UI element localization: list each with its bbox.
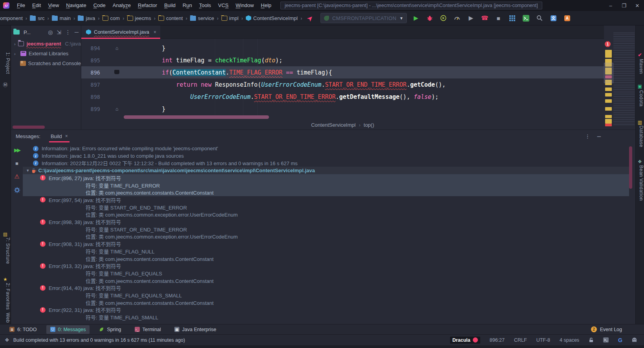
build-row-info[interactable]: iInformation: java: Errors occurred whil… bbox=[23, 145, 629, 152]
menu-build[interactable]: Build bbox=[161, 0, 179, 11]
breadcrumb-item-content[interactable]: content bbox=[158, 15, 183, 21]
build-row-error[interactable]: !Error:(922, 31) java: 找不到符号 bbox=[23, 306, 629, 313]
terminal-toolbar-button[interactable] bbox=[522, 15, 529, 22]
breadcrumb-item-src[interactable]: src bbox=[30, 15, 44, 21]
build-row-error[interactable]: !Error:(897, 54) java: 找不到符号 bbox=[23, 196, 629, 204]
theme-widget[interactable]: Dracula bbox=[450, 337, 480, 344]
project-tree-item-3[interactable]: Scratches and Console bbox=[11, 58, 81, 68]
tool-button-bean-validation[interactable]: Bean Validation bbox=[636, 165, 644, 201]
build-tab-close-icon[interactable]: × bbox=[65, 133, 68, 139]
run-disabled-button[interactable]: ▶ bbox=[467, 15, 474, 22]
tool-window-button-spring[interactable]: Spring bbox=[95, 325, 125, 334]
tool-button-favorites[interactable]: 2: Favorites bbox=[0, 283, 11, 310]
panel-options-icon[interactable]: ⋮ bbox=[585, 133, 590, 139]
code-line-897[interactable]: 897 return new ResponseInfo(UserErrorCod… bbox=[81, 78, 604, 91]
build-row-file[interactable]: ▾C:\java\jeecms-parent\jeecms-component\… bbox=[23, 167, 629, 174]
build-row-error[interactable]: !Error:(914, 40) java: 找不到符号 bbox=[23, 284, 629, 292]
build-row-detail[interactable]: 符号: 变量 TIME_FLAG_NULL bbox=[23, 248, 629, 255]
code-line-895[interactable]: 895 int timeFlag = checkTimeFlag(dto); bbox=[81, 54, 604, 66]
rerun-icon[interactable]: ▶▶ bbox=[13, 146, 20, 153]
tool-button-structure[interactable]: 7: Structure bbox=[0, 237, 11, 264]
error-count-badge[interactable]: 1 bbox=[605, 41, 611, 47]
breadcrumb-item-main[interactable]: main bbox=[52, 15, 71, 21]
stop-button[interactable]: ■ bbox=[495, 15, 502, 22]
menu-window[interactable]: Window bbox=[232, 0, 257, 11]
error-stripe-mark[interactable] bbox=[605, 99, 612, 103]
status-message[interactable]: Build completed with 13 errors and 0 war… bbox=[13, 337, 185, 343]
code-line-899[interactable]: 899⌂ } bbox=[81, 103, 604, 115]
collapse-all-icon[interactable]: ⇲ bbox=[57, 29, 61, 35]
error-stripe-mark[interactable] bbox=[605, 124, 612, 126]
panel-minimize-icon[interactable]: ─ bbox=[597, 133, 601, 139]
code-line-894[interactable]: 894⌂ } bbox=[81, 42, 604, 54]
fold-marker-icon[interactable]: ⌂ bbox=[100, 46, 134, 51]
project-horizontal-scrollbar[interactable] bbox=[13, 126, 45, 129]
tool-button-database[interactable]: Database bbox=[636, 126, 644, 147]
build-row-info[interactable]: iInformation: javac 1.8.0_221 was used t… bbox=[23, 152, 629, 160]
error-stripe-mark[interactable] bbox=[605, 93, 612, 97]
event-log-button[interactable]: 2 Event Log bbox=[591, 326, 622, 332]
run-button[interactable]: ▶ bbox=[412, 15, 419, 22]
locate-file-icon[interactable]: ◎ bbox=[48, 29, 53, 35]
maven-module-icon[interactable]: Ⓜ bbox=[0, 81, 11, 88]
editor-tab-contentserviceimpl[interactable]: ContentServiceImpl.java × bbox=[81, 26, 160, 38]
error-stripe-mark[interactable] bbox=[605, 87, 612, 91]
gutter-bookmark-icon[interactable] bbox=[100, 70, 134, 75]
grep-console-icon[interactable] bbox=[632, 337, 637, 343]
hide-panel-icon[interactable]: ─ bbox=[75, 29, 79, 35]
menu-run[interactable]: Run bbox=[179, 0, 196, 11]
google-translate-icon[interactable]: G bbox=[618, 337, 622, 343]
editor-scrollbar-thumb[interactable] bbox=[604, 63, 613, 83]
close-button[interactable]: ✕ bbox=[631, 0, 644, 11]
error-stripe-mark[interactable] bbox=[605, 119, 612, 124]
build-vertical-scrollbar[interactable] bbox=[629, 146, 632, 189]
error-stripe-mark[interactable] bbox=[605, 50, 612, 58]
tool-button-web[interactable]: Web bbox=[0, 313, 11, 323]
error-stripe-mark[interactable] bbox=[605, 107, 612, 111]
chevron-right-icon[interactable]: › bbox=[14, 42, 16, 46]
more-options-icon[interactable]: ⋮ bbox=[65, 29, 71, 35]
build-row-error[interactable]: !Error:(896, 27) java: 找不到符号 bbox=[23, 174, 629, 182]
menu-help[interactable]: Help bbox=[257, 0, 275, 11]
breadcrumb-item-com[interactable]: com bbox=[102, 15, 120, 21]
pause-output-icon[interactable]: ■ bbox=[13, 160, 20, 167]
attach-debugger-button[interactable]: ☎ bbox=[481, 15, 488, 22]
project-tree-item-2[interactable]: ›External Libraries bbox=[11, 49, 81, 58]
tool-button-codota[interactable]: Codota bbox=[636, 90, 644, 107]
settings-gear-icon[interactable] bbox=[13, 186, 20, 193]
build-row-detail[interactable]: 符号: 变量 TIME_FLAG_EQUALS bbox=[23, 270, 629, 277]
build-row-error[interactable]: !Error:(913, 32) java: 找不到符号 bbox=[23, 262, 629, 270]
build-row-info[interactable]: iInformation: 2022年12月22日 0022 下午 12:12:… bbox=[23, 159, 629, 167]
fold-marker-icon[interactable]: ⌂ bbox=[100, 106, 134, 112]
run-anything-icon[interactable]: ➤ bbox=[306, 14, 315, 23]
build-row-error[interactable]: !Error:(898, 38) java: 找不到符号 bbox=[23, 218, 629, 226]
project-view-selector[interactable]: P... bbox=[24, 29, 31, 35]
editor-horizontal-scrollbar[interactable] bbox=[124, 115, 269, 119]
grid-plugins-button[interactable] bbox=[509, 15, 516, 22]
menu-view[interactable]: View bbox=[44, 0, 62, 11]
maximize-button[interactable]: ❐ bbox=[617, 0, 631, 11]
tab-close-icon[interactable]: × bbox=[154, 29, 156, 35]
menu-vcs[interactable]: VCS bbox=[214, 0, 232, 11]
menu-tools[interactable]: Tools bbox=[196, 0, 214, 11]
encoding-widget[interactable]: UTF-8 bbox=[536, 337, 550, 343]
breadcrumb-item-impl[interactable]: impl bbox=[221, 15, 239, 21]
build-row-detail[interactable]: 符号: 变量 START_OR_END_TIME_ERROR bbox=[23, 226, 629, 233]
run-configuration-select[interactable]: CMSFRONTAPPLICATION ▼ bbox=[320, 13, 407, 23]
menu-refactor[interactable]: Refactor bbox=[134, 0, 161, 11]
menu-code[interactable]: Code bbox=[90, 0, 109, 11]
build-row-detail[interactable]: 位置: 类 com.jeecms.common.exception.error.… bbox=[23, 211, 629, 218]
breadcrumb-item-java[interactable]: java bbox=[78, 15, 95, 21]
warnings-filter-icon[interactable]: ⚠ bbox=[13, 173, 20, 180]
tool-window-button-todo[interactable]: ≣6: TODO bbox=[5, 325, 41, 334]
translation-plugin-icon[interactable]: 文 bbox=[550, 15, 557, 22]
menu-analyze[interactable]: Analyze bbox=[109, 0, 134, 11]
terminal-status-icon[interactable] bbox=[603, 337, 609, 343]
debug-button[interactable] bbox=[426, 15, 433, 22]
chevron-right-icon[interactable]: › bbox=[14, 51, 18, 56]
menu-navigate[interactable]: Navigate bbox=[62, 0, 90, 11]
tool-button-maven[interactable]: Maven bbox=[636, 59, 644, 74]
build-row-detail[interactable]: 位置: 类 com.jeecms.content.constants.Conte… bbox=[23, 255, 629, 262]
breadcrumb-item-contentserviceimpl[interactable]: ContentServiceImpl bbox=[246, 15, 298, 21]
breadcrumb-item-service[interactable]: service bbox=[190, 15, 214, 21]
